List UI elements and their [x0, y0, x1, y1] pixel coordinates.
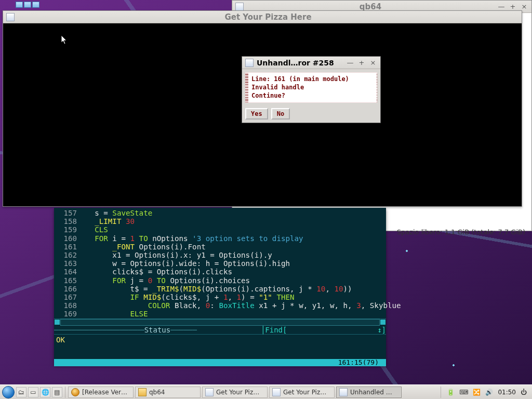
start-button[interactable]: [2, 386, 15, 398]
yes-button[interactable]: Yes: [245, 108, 268, 119]
maximize-icon[interactable]: +: [357, 59, 366, 67]
win-icon: [272, 388, 281, 396]
browser-launcher-icon[interactable]: 🌐: [40, 387, 50, 397]
system-tray[interactable]: 🔋 ⌨ 🔀 🔊 01:50 ⏻: [444, 389, 530, 396]
win-icon: [205, 388, 214, 396]
taskbar-item-label: [Release Ver…: [82, 389, 127, 396]
editor-window[interactable]: 157 s = SaveState 158 _LIMIT 30 159 CLS …: [54, 208, 386, 365]
power-icon[interactable]: ⏻: [521, 389, 527, 396]
horizontal-scrollbar[interactable]: [54, 318, 386, 326]
clock[interactable]: 01:50: [498, 389, 516, 396]
keyboard-icon: ⌨: [459, 389, 468, 396]
filemanager-launcher-icon[interactable]: 🗂: [16, 387, 26, 397]
desktop-icons: [16, 2, 39, 8]
editor-launcher-icon[interactable]: ▤: [52, 387, 62, 397]
taskbar-item[interactable]: qb64: [135, 387, 201, 398]
window-title: qb64: [247, 2, 494, 11]
taskbar-item[interactable]: Unhandled …: [336, 387, 402, 398]
no-button[interactable]: No: [271, 108, 290, 119]
terminal-launcher-icon[interactable]: ▭: [28, 387, 38, 397]
network-icon: 🔀: [473, 389, 481, 396]
editor-position-bar: 161:15(79): [54, 359, 386, 366]
taskbar[interactable]: 🗂 ▭ 🌐 ▤ [Release Ver…qb64Get Your Piz…Ge…: [0, 384, 532, 399]
editor-status-bar: ──────────────────────────────────── Sta…: [54, 326, 386, 334]
taskbar-item[interactable]: [Release Ver…: [68, 387, 134, 398]
battery-icon: 🔋: [447, 389, 455, 396]
error-message: Line: 161 (in main module) Invalid handl…: [245, 72, 377, 103]
app-icon: [245, 59, 254, 67]
minimize-icon[interactable]: —: [346, 59, 354, 67]
editor-message-bar: OK: [54, 334, 386, 359]
minimize-icon[interactable]: —: [497, 3, 506, 11]
folder-icon: [138, 388, 147, 396]
globe-icon: [71, 388, 79, 396]
taskbar-item-label: Get Your Piz…: [216, 389, 259, 396]
code-area[interactable]: 157 s = SaveState 158 _LIMIT 30 159 CLS …: [54, 208, 386, 318]
taskbar-item[interactable]: Get Your Piz…: [202, 387, 268, 398]
maximize-icon[interactable]: +: [509, 3, 517, 11]
dialog-title: Unhandl…ror #258: [257, 59, 343, 67]
taskbar-item-label: Unhandled …: [350, 389, 392, 396]
taskbar-item[interactable]: Get Your Piz…: [269, 387, 335, 398]
win-icon: [339, 388, 348, 396]
app-icon: [6, 13, 15, 21]
taskbar-item-label: Get Your Piz…: [283, 389, 326, 396]
folder-icon: [235, 3, 244, 11]
taskbar-item-label: qb64: [149, 389, 165, 396]
disk-free-label: Spazio libero: 1,1 GiB (totale: 7,7 GiB): [397, 228, 525, 236]
close-icon[interactable]: ×: [520, 3, 528, 11]
window-title: Get Your Pizza Here: [18, 12, 518, 22]
volume-icon: 🔊: [485, 389, 493, 396]
close-icon[interactable]: ×: [369, 59, 377, 67]
error-dialog[interactable]: Unhandl…ror #258 — + × Line: 161 (in mai…: [242, 56, 381, 123]
